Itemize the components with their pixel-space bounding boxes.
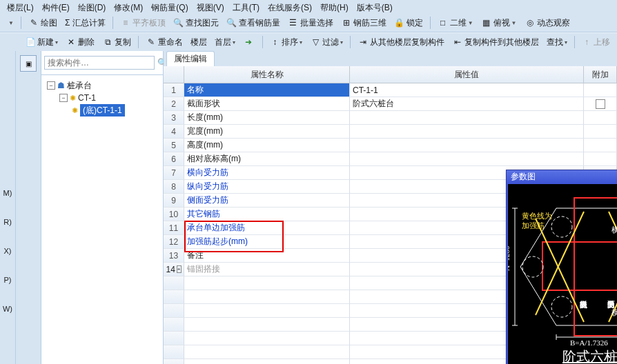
tb-label: 重命名 (158, 37, 183, 48)
property-value[interactable]: CT-1-1 (350, 83, 584, 97)
property-extra[interactable] (584, 83, 617, 97)
handle-p: P) (4, 276, 12, 284)
filter-icon: ▽ (310, 37, 321, 48)
property-extra[interactable] (584, 139, 617, 152)
property-name: 锚固搭接 (184, 263, 350, 276)
menu-floor[interactable]: 楼层(L) (4, 2, 37, 14)
property-extra[interactable] (584, 111, 617, 125)
grid-row[interactable]: 4宽度(mm) (164, 125, 617, 139)
menu-component[interactable]: 构件(E) (39, 2, 72, 14)
component-tree[interactable]: − ☗ 桩承台 − ✺ CT-1 ✺ (底)CT-1-1 (41, 75, 163, 364)
ribbon-btn[interactable]: ▣ (20, 55, 37, 72)
tb-topview[interactable]: ▦俯视▼ (478, 16, 520, 30)
menu-online[interactable]: 在线服务(S) (265, 2, 315, 14)
tb-orbit[interactable]: ◎动态观察 (522, 16, 573, 30)
tb-filter[interactable]: ▽过滤▾ (307, 35, 346, 49)
svg-text:加强筋: 加强筋 (522, 221, 545, 230)
tree-panel: 🔍 − ☗ 桩承台 − ✺ CT-1 ✺ (底)CT-1-1 (41, 51, 164, 364)
tb-sort[interactable]: ↕排序▾ (266, 35, 305, 49)
tb-rebarview[interactable]: 🔍查看钢筋量 (224, 16, 283, 30)
tb-rename[interactable]: ✎重命名 (143, 35, 186, 49)
tb-floor[interactable]: 楼层 (188, 35, 210, 49)
expander-icon[interactable]: − (59, 94, 68, 102)
handle-m: M) (3, 189, 12, 197)
menu-version[interactable]: 版本号(B) (354, 2, 395, 14)
popup-title[interactable]: 参数图 (507, 170, 617, 183)
delete-icon: ✕ (66, 37, 77, 48)
property-value[interactable] (350, 139, 584, 152)
popup-diagram: 黄色线为 加强筋 横向受力面筋 横向受力底筋 板底力受向纵 筋面力受向纵 A=1… (508, 184, 617, 364)
tb-findent[interactable]: 🔍查找图元 (170, 16, 222, 30)
tb-copyto[interactable]: ⇤复制构件到其他楼层 (449, 35, 542, 49)
chevron-down-icon: ▾ (233, 39, 235, 46)
grid-row[interactable]: 2截面形状阶式六桩台 (164, 97, 617, 111)
hdr-value: 属性值 (350, 66, 584, 83)
tree-root[interactable]: − ☗ 桩承台 (44, 79, 160, 92)
property-value[interactable]: 阶式六桩台 (350, 97, 584, 111)
expand-icon[interactable]: + (177, 265, 182, 273)
row-number: 7 (164, 166, 184, 180)
property-name: 长度(mm) (184, 111, 350, 125)
chevron-down-icon: ▼ (468, 20, 473, 26)
chevron-down-icon: ▾ (55, 39, 58, 46)
capstone-icon: ☗ (57, 79, 65, 92)
grid-row[interactable]: 6相对底标高(m) (164, 152, 617, 166)
tb-label: 查找图元 (186, 17, 219, 29)
search-ent-icon: 🔍 (173, 17, 184, 28)
handle-r: R) (3, 218, 12, 226)
menu-view[interactable]: 视图(V) (194, 2, 227, 14)
property-name: 宽度(mm) (184, 125, 350, 139)
menu-help[interactable]: 帮助(H) (317, 2, 351, 14)
tb-copy[interactable]: ⧉复制 (99, 35, 134, 49)
svg-text:板底力受向纵: 板底力受向纵 (580, 301, 589, 309)
tb-drop[interactable]: ▼ (4, 16, 17, 30)
property-name: 承台单边加强筋 (184, 221, 350, 235)
property-value[interactable] (350, 125, 584, 139)
new-icon: 📄 (25, 37, 36, 48)
row-number: 8 (164, 180, 184, 194)
tb-level: ≡平齐板顶 (117, 16, 168, 30)
tb-multisel[interactable]: ☰批量选择 (285, 16, 336, 30)
grid-row[interactable]: 1名称CT-1-1 (164, 83, 617, 97)
toolbar-secondary: 📄新建▾ ✕删除 ⧉复制 ✎重命名 楼层 首层▾ ➜ ↕排序▾ ▽过滤▾ ⇥从其… (0, 32, 617, 52)
tb-lock[interactable]: 🔒锁定 (391, 16, 426, 30)
property-name: 纵向受力筋 (184, 180, 350, 194)
tab-properties[interactable]: 属性编辑 (166, 51, 215, 66)
svg-point-11 (522, 256, 543, 277)
gear-icon: ✺ (70, 92, 76, 104)
menubar: 楼层(L) 构件(E) 绘图(D) 修改(M) 钢筋量(Q) 视图(V) 工具(… (0, 0, 617, 14)
menu-rebarqty[interactable]: 钢筋量(Q) (148, 2, 190, 14)
property-name: 截面形状 (184, 97, 350, 111)
tree-leaf[interactable]: ✺ (底)CT-1-1 (44, 104, 160, 117)
property-value[interactable] (350, 152, 584, 166)
menu-tools[interactable]: 工具(T) (230, 2, 262, 14)
tree-child[interactable]: − ✺ CT-1 (44, 92, 160, 104)
2d-icon: □ (438, 17, 449, 28)
menu-draw[interactable]: 绘图(D) (75, 2, 109, 14)
property-value[interactable] (350, 111, 584, 125)
tb-find[interactable]: 查找▾ (544, 35, 570, 49)
tb-copyfrom[interactable]: ⇥从其他楼层复制构件 (355, 35, 447, 49)
property-extra[interactable] (584, 125, 617, 139)
separator (430, 17, 431, 29)
tb-new[interactable]: 📄新建▾ (22, 35, 61, 49)
menu-modify[interactable]: 修改(M) (111, 2, 146, 14)
tb-draw[interactable]: ✎绘图 (26, 16, 60, 30)
tb-firstfloor[interactable]: 首层▾ (212, 35, 238, 49)
property-extra[interactable] (584, 152, 617, 166)
tb-rebar3d[interactable]: ⊞钢筋三维 (338, 16, 389, 30)
tb-2d[interactable]: □二维▼ (435, 16, 476, 30)
svg-text:A=1200: A=1200 (508, 245, 511, 271)
tb-sum[interactable]: Σ 汇总计算 (62, 16, 108, 30)
svg-text:横向受力底筋: 横向受力底筋 (611, 308, 617, 316)
grid-row[interactable]: 3长度(mm) (164, 111, 617, 125)
tb-delete[interactable]: ✕删除 (63, 35, 97, 49)
svg-text:横向受力面筋: 横向受力面筋 (611, 225, 617, 234)
property-extra[interactable] (584, 97, 617, 111)
search-input[interactable] (44, 56, 155, 70)
tb-nav[interactable]: ➜ (240, 35, 258, 49)
checkbox[interactable] (596, 99, 605, 109)
expander-icon[interactable]: − (47, 81, 55, 90)
param-popup[interactable]: 参数图 (506, 170, 617, 364)
grid-row[interactable]: 5高度(mm) (164, 139, 617, 152)
